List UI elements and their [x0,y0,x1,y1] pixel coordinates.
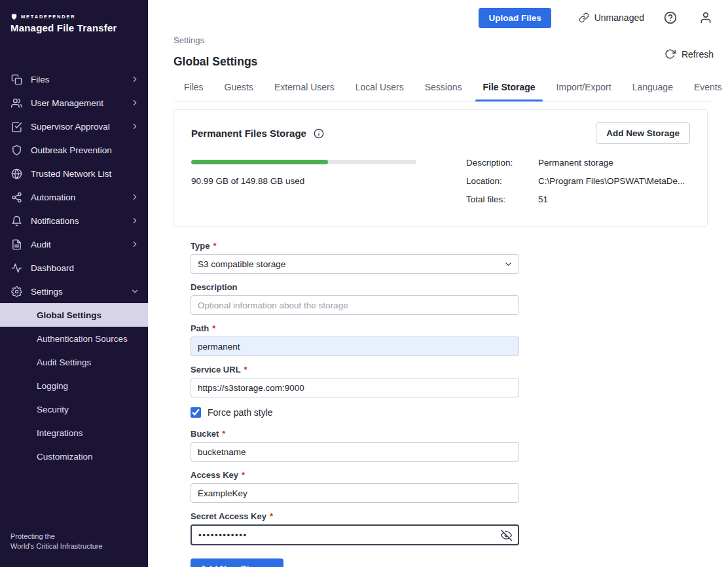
service-url-input[interactable] [191,378,519,397]
sidebar-item-audit-settings[interactable]: Audit Settings [0,350,148,374]
gear-icon [11,286,22,297]
storage-details: Description: Permanent storage Location:… [466,157,690,213]
users-icon [11,98,22,109]
sidebar-item-authentication-sources[interactable]: Authentication Sources [0,327,148,350]
chevron-right-icon [130,240,139,249]
sidebar-item-supervisor-approval[interactable]: Supervisor Approval [0,115,148,138]
required-asterisk: * [222,429,225,439]
info-icon[interactable] [314,128,324,139]
logo: METADEFENDER Managed File Transfer [0,0,148,37]
path-group: Path* [191,323,519,356]
sidebar-item-user-management[interactable]: User Management [0,91,148,115]
user-account-icon[interactable] [699,11,712,24]
tab-external-users[interactable]: External Users [264,82,345,101]
detail-total-files: Total files: 51 [466,194,690,204]
sidebar-item-notifications[interactable]: Notifications [0,209,148,232]
sidebar-item-automation[interactable]: Automation [0,185,148,209]
force-path-style-checkbox[interactable] [191,407,201,418]
required-asterisk: * [213,241,216,251]
sidebar: METADEFENDER Managed File Transfer Files… [0,0,148,567]
required-asterisk: * [212,323,215,333]
page-header: Settings Global Settings Refresh [148,35,728,69]
tab-language[interactable]: Language [622,82,683,101]
tab-import-export[interactable]: Import/Export [546,82,622,101]
add-storage-form: Type* S3 compatible storage Description … [191,241,519,567]
help-icon[interactable] [664,11,677,24]
chevron-right-icon [130,192,139,202]
bucket-label: Bucket* [191,429,519,439]
secret-access-key-input[interactable] [191,524,519,545]
type-group: Type* S3 compatible storage [191,241,519,274]
tab-sessions[interactable]: Sessions [414,82,473,101]
service-url-label: Service URL* [191,365,519,375]
globe-icon [11,168,22,179]
bucket-group: Bucket* [191,429,519,462]
permanent-storage-card: Permanent Files Storage Add New Storage … [173,109,708,227]
sidebar-item-global-settings[interactable]: Global Settings [0,303,148,327]
sidebar-item-dashboard[interactable]: Dashboard [0,256,148,280]
sidebar-item-files[interactable]: Files [0,67,148,91]
force-path-style-row[interactable]: Force path style [191,407,519,418]
page-title: Global Settings [173,55,728,69]
sidebar-item-security[interactable]: Security [0,397,148,421]
chevron-right-icon [130,98,139,107]
detail-location: Location: C:\Program Files\OPSWAT\MetaDe… [466,176,690,186]
files-icon [11,74,22,85]
sidebar-item-trusted-network-list[interactable]: Trusted Network List [0,162,148,185]
brand-name: METADEFENDER [21,14,76,20]
shield-icon [11,145,22,156]
description-label: Description [191,282,519,292]
path-input[interactable] [191,337,519,356]
chevron-down-icon [130,287,139,296]
required-asterisk: * [244,365,247,375]
tab-file-storage[interactable]: File Storage [472,82,545,101]
tab-guests[interactable]: Guests [214,82,264,101]
tab-bar: Files Guests External Users Local Users … [173,82,712,101]
tab-files[interactable]: Files [173,82,214,101]
description-input[interactable] [191,295,519,315]
sidebar-item-customization[interactable]: Customization [0,445,148,468]
sidebar-item-logging[interactable]: Logging [0,374,148,397]
storage-usage: 90.99 GB of 149.88 GB used [191,157,466,213]
approval-icon [11,121,22,132]
dashboard-icon [11,263,22,274]
type-label: Type* [191,241,519,251]
storage-card-title: Permanent Files Storage [191,128,306,139]
sidebar-item-outbreak-prevention[interactable]: Outbreak Prevention [0,138,148,162]
upload-files-button[interactable]: Upload Files [479,8,551,28]
secret-access-key-label: Secret Access Key* [191,511,519,521]
tab-events[interactable]: Events [683,82,728,101]
breadcrumb[interactable]: Settings [173,35,728,45]
refresh-button[interactable]: Refresh [664,48,714,60]
add-new-storage-button-top[interactable]: Add New Storage [596,122,690,144]
access-key-label: Access Key* [191,470,519,480]
topbar: Upload Files Unmanaged [148,0,728,30]
access-key-group: Access Key* [191,470,519,503]
description-group: Description [191,282,519,315]
unmanaged-status[interactable]: Unmanaged [579,12,644,23]
detail-description: Description: Permanent storage [466,158,690,168]
access-key-input[interactable] [191,483,519,503]
bell-icon [11,215,22,227]
bucket-input[interactable] [191,442,519,462]
secret-access-key-group: Secret Access Key* [191,511,519,545]
tab-local-users[interactable]: Local Users [345,82,414,101]
main-content: Upload Files Unmanaged Settings Global S… [148,0,728,567]
add-new-storage-submit-button[interactable]: Add New Storage [191,558,283,567]
automation-icon [11,192,22,203]
chevron-right-icon [130,122,139,131]
sidebar-item-integrations[interactable]: Integrations [0,421,148,445]
required-asterisk: * [242,470,245,480]
sidebar-item-settings[interactable]: Settings [0,280,148,303]
link-icon [579,12,589,23]
audit-icon [11,239,22,250]
sidebar-footer: Protecting the World's Critical Infrastr… [0,532,148,567]
app-window: METADEFENDER Managed File Transfer Files… [0,0,728,567]
service-url-group: Service URL* [191,365,519,397]
eye-off-icon[interactable] [501,530,512,541]
sidebar-item-audit[interactable]: Audit [0,232,148,256]
type-select[interactable]: S3 compatible storage [191,254,519,274]
path-label: Path* [191,323,519,333]
storage-progress-bar [191,160,416,164]
storage-usage-text: 90.99 GB of 149.88 GB used [191,176,466,186]
